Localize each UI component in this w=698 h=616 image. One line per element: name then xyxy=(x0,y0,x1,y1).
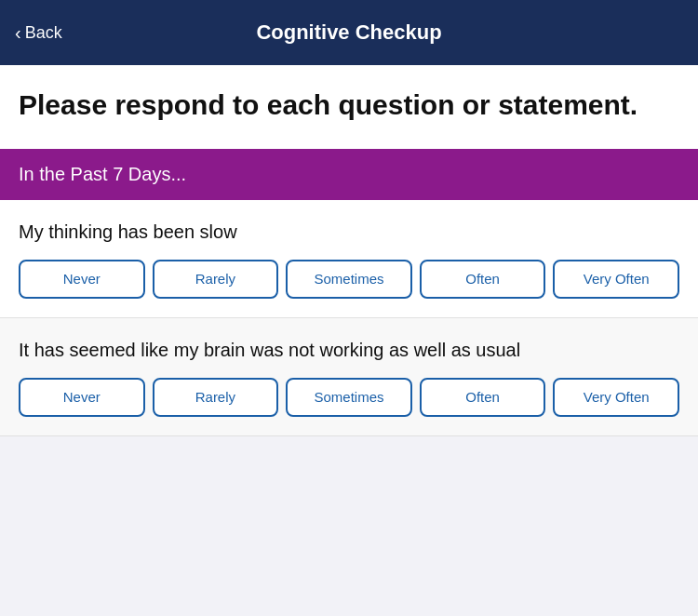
back-label: Back xyxy=(25,23,62,43)
answer-rarely-2[interactable]: Rarely xyxy=(153,378,279,417)
answer-often-1[interactable]: Often xyxy=(420,260,546,299)
intro-text: Please respond to each question or state… xyxy=(19,87,679,123)
question-text-2: It has seemed like my brain was not work… xyxy=(19,337,679,363)
question-text-1: My thinking has been slow xyxy=(19,219,679,245)
back-chevron-icon: ‹ xyxy=(15,23,21,42)
answer-row-2: Never Rarely Sometimes Often Very Often xyxy=(19,378,679,417)
answer-very-often-1[interactable]: Very Often xyxy=(553,260,679,299)
app-header: ‹ Back Cognitive Checkup xyxy=(0,0,698,65)
answer-never-1[interactable]: Never xyxy=(19,260,145,299)
answer-row-1: Never Rarely Sometimes Often Very Often xyxy=(19,260,679,299)
section-label: In the Past 7 Days... xyxy=(19,164,186,184)
answer-sometimes-2[interactable]: Sometimes xyxy=(286,378,412,417)
question-item-1: My thinking has been slow Never Rarely S… xyxy=(0,200,698,318)
answer-rarely-1[interactable]: Rarely xyxy=(153,260,279,299)
intro-section: Please respond to each question or state… xyxy=(0,65,698,149)
answer-very-often-2[interactable]: Very Often xyxy=(553,378,679,417)
answer-never-2[interactable]: Never xyxy=(19,378,145,417)
back-button[interactable]: ‹ Back xyxy=(15,23,62,43)
page-title: Cognitive Checkup xyxy=(256,20,441,45)
answer-often-2[interactable]: Often xyxy=(420,378,546,417)
section-header: In the Past 7 Days... xyxy=(0,149,698,200)
question-item-2: It has seemed like my brain was not work… xyxy=(0,318,698,436)
answer-sometimes-1[interactable]: Sometimes xyxy=(286,260,412,299)
